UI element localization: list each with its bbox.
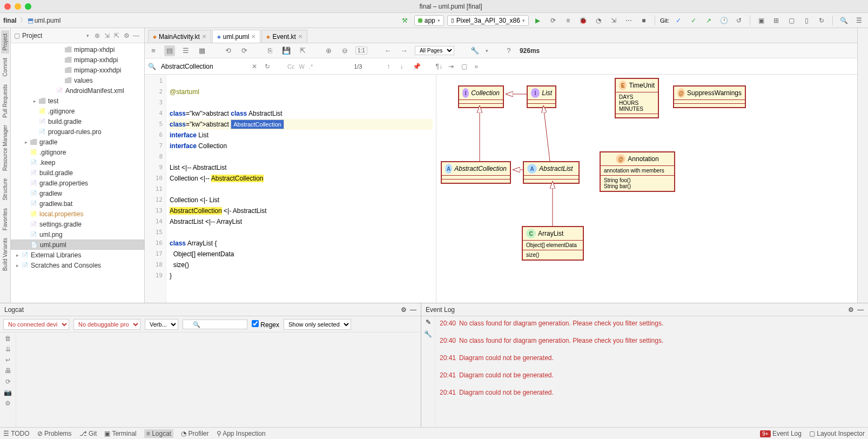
settings-icon[interactable]: ⚙ (5, 400, 11, 407)
zoom-in-icon[interactable]: ⊕ (323, 45, 334, 56)
log-search-input[interactable] (183, 320, 247, 329)
more-run-icon[interactable]: ⋯ (623, 15, 635, 26)
regex-toggle[interactable]: .* (309, 63, 313, 70)
git-rollback-icon[interactable]: ↺ (733, 15, 745, 26)
minimize-icon[interactable] (15, 3, 21, 10)
search-input[interactable] (161, 63, 247, 70)
eventlog-content[interactable]: 20:40No class found for diagram generati… (435, 316, 868, 427)
tree-item[interactable]: 📄uml.puml (11, 240, 144, 250)
zoom-out-icon[interactable]: ⊖ (339, 45, 350, 56)
tree-item[interactable]: 📄.gitignore (11, 106, 144, 116)
history-icon[interactable]: ↻ (265, 63, 273, 70)
expand-icon[interactable]: ⇲ (102, 31, 112, 41)
device-file-icon[interactable]: ▯ (800, 15, 812, 26)
status-layoutinspector[interactable]: ▢ Layout Inspector (809, 430, 865, 437)
more-icon[interactable]: » (474, 63, 483, 70)
wrench-icon[interactable]: 🔧 (469, 45, 480, 56)
trash-icon[interactable]: 🗑 (5, 335, 11, 342)
image-icon[interactable]: ▩ (197, 45, 207, 56)
run-coverage-icon[interactable]: ≡ (562, 15, 574, 26)
scroll-end-icon[interactable]: ⇊ (5, 345, 11, 353)
uml-preview[interactable]: ICollection IList AAbstractCollection AA… (436, 75, 857, 303)
tree-item[interactable]: 📄uml.png (11, 229, 144, 240)
tree-item[interactable]: 📄build.gradle (11, 168, 144, 178)
close-icon[interactable] (4, 3, 11, 10)
zoom-reset[interactable]: 1:1 (355, 46, 367, 55)
breadcrumb-file[interactable]: uml.puml (35, 17, 61, 24)
status-problems[interactable]: ⊘ Problems (37, 430, 72, 437)
debug-apply-icon[interactable]: ⟳ (547, 15, 559, 26)
help-icon[interactable]: ? (503, 45, 514, 56)
chevron-down-icon[interactable]: ▾ (86, 33, 89, 38)
logcat-content[interactable] (16, 332, 421, 427)
editor-tab[interactable]: ◆uml.puml✕ (212, 30, 261, 43)
regex-checkbox[interactable]: Regex (252, 320, 279, 329)
hide-icon[interactable]: — (857, 306, 864, 314)
status-appinspection[interactable]: ⚲ App Inspection (217, 430, 266, 437)
auto-refresh-icon[interactable]: ⟳ (239, 45, 250, 56)
chevron-down-icon[interactable]: ▾ (486, 48, 488, 54)
edit-icon[interactable]: ✎ (426, 318, 431, 326)
rail-build-variants[interactable]: Build Variants (1, 235, 9, 274)
align-left-icon[interactable]: ≡ (148, 45, 159, 56)
git-history-icon[interactable]: 🕐 (718, 15, 730, 26)
tree-item[interactable]: ▸📄Scratches and Consoles (11, 260, 144, 270)
collapse-icon[interactable]: ⇱ (112, 31, 122, 41)
tree-item[interactable]: ▸gradle (11, 137, 144, 147)
restart-icon[interactable]: ⟳ (5, 378, 11, 385)
hammer-icon[interactable]: ⚒ (399, 15, 411, 26)
settings-icon[interactable]: ☰ (853, 15, 865, 26)
tree-item[interactable]: mipmap-xxxhdpi (11, 65, 144, 75)
process-filter[interactable]: No debuggable pro (73, 319, 140, 330)
device-filter[interactable]: No connected devi (3, 319, 69, 330)
tree-item[interactable]: 📄gradle.properties (11, 178, 144, 188)
tree-item[interactable]: 📄local.properties (11, 209, 144, 219)
match-case[interactable]: Cc (287, 63, 294, 70)
level-filter[interactable]: Verb... (145, 319, 178, 330)
run-button[interactable]: ▶ (532, 15, 544, 26)
rail-commit[interactable]: Commit (1, 55, 9, 79)
sync-icon[interactable]: ↻ (816, 15, 827, 26)
tree-item[interactable]: 📄.keep (11, 157, 144, 168)
export-icon[interactable]: ⇱ (297, 45, 308, 56)
tree-item[interactable]: 📄gradlew.bat (11, 198, 144, 209)
hide-icon[interactable]: — (131, 31, 141, 41)
editor-tab[interactable]: ◆Event.kt✕ (261, 30, 307, 43)
screenshot-icon[interactable]: 📷 (4, 389, 12, 396)
next-page-icon[interactable]: → (399, 45, 409, 56)
tree-item[interactable]: mipmap-xhdpi (11, 44, 144, 55)
next-result-icon[interactable]: ↓ (400, 63, 408, 70)
git-update-icon[interactable]: ✓ (672, 15, 684, 26)
print-icon[interactable]: 🖶 (5, 367, 11, 375)
pin-icon[interactable]: 📌 (413, 63, 421, 70)
run-config-select[interactable]: app ▾ (414, 15, 444, 26)
align-justify-icon[interactable]: ▤ (164, 45, 175, 56)
prev-result-icon[interactable]: ↑ (387, 63, 395, 70)
stop-button[interactable]: ■ (638, 15, 650, 26)
maximize-icon[interactable] (25, 3, 31, 10)
wrench-icon[interactable]: 🔧 (424, 330, 432, 338)
align-center-icon[interactable]: ☰ (180, 45, 191, 56)
code-editor[interactable]: @startumlclass="kw">abstract class Abstr… (166, 75, 436, 303)
profile-button[interactable]: ◔ (593, 15, 604, 26)
tree-item[interactable]: 📄AndroidManifest.xml (11, 85, 144, 96)
tree-item[interactable]: 📄.gitignore (11, 147, 144, 157)
rail-structure[interactable]: Structure (1, 175, 9, 204)
layout-validation-icon[interactable]: ▢ (785, 15, 797, 26)
search-everywhere-icon[interactable]: 🔍 (838, 15, 850, 26)
gear-icon[interactable]: ⚙ (122, 31, 131, 41)
tree-item[interactable]: ▸📄External Libraries (11, 250, 144, 260)
pilcrow-icon[interactable]: ¶↓ (435, 63, 444, 70)
project-tree[interactable]: mipmap-xhdpimipmap-xxhdpimipmap-xxxhdpiv… (11, 43, 144, 303)
whole-word[interactable]: W (299, 63, 304, 70)
debug-button[interactable]: 🐞 (577, 15, 589, 26)
device-select[interactable]: ▯ Pixel_3a_API_30_x86 ▾ (447, 15, 529, 26)
tree-item[interactable]: values (11, 75, 144, 85)
refresh-icon[interactable]: ⟲ (223, 45, 233, 56)
avd-icon[interactable]: ▣ (755, 15, 767, 26)
select-all-icon[interactable]: ⇥ (448, 63, 457, 70)
page-select[interactable]: All Pages (415, 46, 454, 55)
sdk-icon[interactable]: ⊞ (770, 15, 782, 26)
copy-icon[interactable]: ⎘ (265, 45, 275, 56)
breadcrumb-project[interactable]: final (3, 17, 17, 24)
